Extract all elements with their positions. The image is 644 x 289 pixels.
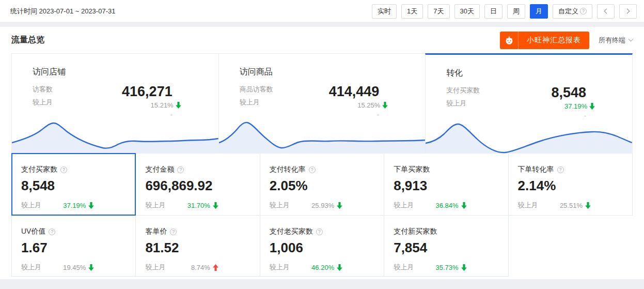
metric-cell-value: 1,006	[270, 241, 374, 254]
metric-cell-compare: 较上月 31.70%	[145, 201, 250, 210]
summary-report-button-label: 小旺神汇总报表	[519, 36, 589, 45]
question-circle-icon[interactable]: ?	[557, 166, 564, 173]
change-percent-value: 25.51%	[560, 202, 583, 209]
metric-cell-avg-order-value[interactable]: 客单价 ? 81.52 较上月 8.74%	[136, 216, 260, 277]
metric-name: 支付买家数	[21, 165, 57, 174]
metric-cell-value: 7,854	[394, 241, 498, 254]
next-period-button[interactable]	[619, 4, 637, 19]
metric-cell-value: 2.05%	[270, 179, 374, 192]
metric-cell-value: 1.67	[21, 241, 126, 254]
metric-cell-label: 支付老买家数 ?	[270, 227, 374, 236]
compare-label: 较上月	[394, 263, 414, 272]
metric-cell-label: 客单价 ?	[145, 227, 250, 236]
change-percent: 46.20%	[311, 264, 342, 271]
question-circle-icon[interactable]: ?	[177, 166, 184, 173]
shop-visits-sparkline	[12, 107, 218, 154]
range-button-day[interactable]: 日	[484, 4, 502, 19]
metric-cell-value: 696,869.92	[145, 179, 250, 192]
question-circle-icon[interactable]: ?	[309, 166, 316, 173]
chevron-down-icon	[629, 37, 634, 42]
metric-cell-compare: 较上月 36.84%	[394, 201, 498, 210]
range-button-1d[interactable]: 1天	[401, 4, 423, 19]
range-button-custom[interactable]: 自定义 ?	[553, 4, 592, 19]
panel-header-right: 小旺神汇总报表 所有终端	[500, 32, 633, 49]
metric-cell-compare: 较上月 19.45%	[21, 263, 126, 272]
page-divider-band	[0, 23, 644, 27]
metric-cell-compare: 较上月 25.51%	[518, 201, 623, 210]
metric-label: 商品访客数	[240, 85, 273, 94]
stat-time-label: 统计时间 2023-07-01 ~ 2023-07-31	[10, 7, 115, 16]
compare-label: 较上月	[21, 201, 41, 210]
question-circle-icon[interactable]: ?	[170, 229, 177, 235]
question-circle-icon[interactable]: ?	[49, 229, 55, 235]
page-title: 流量总览	[11, 35, 44, 45]
terminal-selector[interactable]: 所有终端	[599, 36, 633, 45]
metric-cell-pay-conversion-rate[interactable]: 支付转化率 ? 2.05% 较上月 25.93%	[260, 154, 384, 216]
overview-card-shop-visits[interactable]: 访问店铺 访客数 较上月 416,271 15.21% -	[11, 53, 218, 154]
metric-cell-label: 支付新买家数	[394, 227, 498, 236]
metric-cell-value: 2.14%	[518, 179, 623, 192]
date-range-toolbar: 统计时间 2023-07-01 ~ 2023-07-31 实时 1天 7天 30…	[0, 0, 644, 23]
metric-cell-value: 8,548	[21, 179, 126, 192]
trend-down-icon	[461, 264, 467, 271]
overview-card-title: 访问商品	[219, 54, 426, 78]
overview-card-product-visits[interactable]: 访问商品 商品访客数 较上月 414,449 15.25% -	[218, 53, 426, 154]
compare-label: 较上月	[21, 263, 41, 272]
range-button-group: 实时 1天 7天 30天 日 周 月 自定义 ?	[372, 4, 637, 19]
metric-name: 支付老买家数	[270, 227, 313, 236]
metric-name: 支付新买家数	[394, 227, 437, 236]
compare-label: 较上月	[394, 201, 414, 210]
summary-report-button[interactable]: 小旺神汇总报表	[500, 32, 589, 49]
chevron-left-icon	[604, 9, 609, 14]
compare-label: 较上月	[518, 201, 538, 210]
metric-value: 414,449	[273, 85, 388, 99]
metric-grid: 支付买家数 ? 8,548 较上月 37.19% 支付金额 ? 696,869.…	[11, 153, 633, 277]
metric-cell-compare: 较上月 46.20%	[270, 263, 374, 272]
metric-cell-empty	[509, 216, 633, 277]
compare-label: 较上月	[33, 98, 53, 107]
terminal-selector-label: 所有终端	[599, 36, 625, 45]
metric-cell-compare: 较上月 25.93%	[270, 201, 374, 210]
compare-label: 较上月	[240, 98, 273, 107]
metric-label: 访客数	[33, 85, 53, 94]
change-percent: 8.74%	[191, 264, 218, 271]
change-percent: 25.93%	[311, 202, 342, 209]
compare-label: 较上月	[270, 263, 290, 272]
prev-period-button[interactable]	[597, 4, 615, 19]
trend-down-icon	[337, 264, 342, 271]
range-button-30d[interactable]: 30天	[454, 4, 480, 19]
overview-card-row: 访问店铺 访客数 较上月 416,271 15.21% -	[11, 53, 633, 154]
metric-cell-label: 支付转化率 ?	[270, 165, 374, 174]
question-circle-icon[interactable]: ?	[316, 229, 323, 235]
conversion-sparkline	[426, 107, 632, 154]
metric-cell-pay-buyers[interactable]: 支付买家数 ? 8,548 较上月 37.19%	[12, 154, 136, 216]
metric-cell-label: 支付金额 ?	[145, 165, 250, 174]
range-button-month[interactable]: 月	[530, 4, 548, 19]
compare-label: 较上月	[145, 201, 165, 210]
chevron-right-icon	[625, 9, 630, 14]
metric-cell-label: 支付买家数 ?	[21, 165, 126, 174]
change-percent-value: 8.74%	[191, 264, 210, 271]
change-percent: 35.73%	[436, 264, 467, 271]
custom-range-label: 自定义	[558, 7, 578, 16]
metric-cell-label: 下单买家数	[394, 165, 498, 174]
question-circle-icon[interactable]: ?	[60, 166, 67, 173]
metric-cell-pay-old-buyers[interactable]: 支付老买家数 ? 1,006 较上月 46.20%	[260, 216, 384, 277]
metric-cell-uv-value[interactable]: UV价值 ? 1.67 较上月 19.45%	[12, 216, 136, 277]
metric-cell-value: 8,913	[394, 179, 498, 192]
change-percent-value: 36.84%	[436, 202, 459, 209]
trend-down-icon	[585, 202, 591, 209]
metric-cell-pay-new-buyers[interactable]: 支付新买家数 7,854 较上月 35.73%	[384, 216, 508, 277]
range-button-realtime[interactable]: 实时	[372, 4, 397, 19]
overview-card-conversion[interactable]: 转化 支付买家数 较上月 8,548 37.19% -	[425, 53, 633, 154]
compare-label: 较上月	[270, 201, 290, 210]
metric-name: UV价值	[21, 227, 45, 236]
change-percent: 19.45%	[63, 264, 94, 271]
range-button-week[interactable]: 周	[507, 4, 525, 19]
metric-cell-label: UV价值 ?	[21, 227, 126, 236]
metric-value: 416,271	[53, 85, 181, 99]
range-button-7d[interactable]: 7天	[428, 4, 449, 19]
metric-cell-order-conversion-rate[interactable]: 下单转化率 ? 2.14% 较上月 25.51%	[509, 154, 633, 216]
metric-cell-pay-amount[interactable]: 支付金额 ? 696,869.92 较上月 31.70%	[136, 154, 260, 216]
metric-cell-order-buyers[interactable]: 下单买家数 8,913 较上月 36.84%	[384, 154, 508, 216]
